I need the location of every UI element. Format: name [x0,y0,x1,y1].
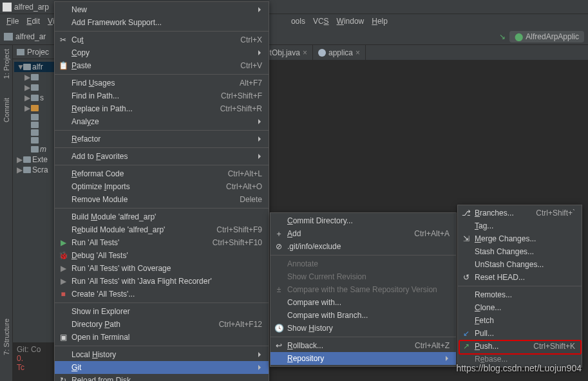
menu-item[interactable]: Refactor [55,133,269,145]
menu-item[interactable]: UnStash Changes... [458,258,582,271]
context-menu-repo[interactable]: ⎇Branches...Ctrl+Shift+`Tag...⇲Merge Cha… [457,205,582,367]
menu-item[interactable]: 🕓Show History [270,322,456,335]
folder-icon [31,137,39,144]
menu-item[interactable]: Directory PathCtrl+Alt+F12 [55,318,269,331]
menu-help[interactable]: Help [368,15,392,27]
folder-icon [31,129,39,136]
menu-item[interactable]: ↺Reset HEAD... [458,271,582,284]
menu-window[interactable]: Window [333,15,368,27]
menu-item-shortcut: Ctrl+Alt+L [215,169,262,178]
menu-item-label: Show History [287,324,333,333]
folder-icon [23,167,31,173]
menu-item-label: Directory Path [71,320,120,329]
menu-item[interactable]: Clone... [458,301,582,314]
menu-item[interactable]: Find UsagesAlt+F7 [55,77,269,89]
menu-item[interactable]: Build Module 'alfred_arp' [55,210,269,223]
menu-item-label: Merge Changes... [475,234,536,243]
menu-item-shortcut: Ctrl+V [227,61,262,70]
menu-item[interactable]: ✂CutCtrl+X [55,33,269,46]
menu-item-shortcut: Ctrl+Shift+F10 [200,238,262,247]
menu-item-label: Cut [71,35,84,44]
menu-item-label: Branches... [475,209,514,218]
menu-item[interactable]: Stash Changes... [458,245,582,258]
menu-item-shortcut: Ctrl+X [227,35,262,44]
tree-label: m [40,145,46,154]
menu-item-label: Replace in Path... [71,104,133,113]
menu-item-icon: 🕓 [274,324,283,333]
toolwindow-commit[interactable]: Commit [3,98,10,122]
menu-item[interactable]: ↙Pull... [458,327,582,340]
menu-item[interactable]: ▣Open in Terminal [55,331,269,344]
menu-item[interactable]: ■Create 'All Tests'... [55,288,269,301]
menu-item[interactable]: Local History [55,348,269,361]
menu-item[interactable]: ⇲Merge Changes... [458,232,582,245]
context-menu-main[interactable]: NewAdd Framework Support...✂CutCtrl+XCop… [54,1,269,381]
menu-item[interactable]: ▶Run 'All Tests'Ctrl+Shift+F10 [55,236,269,249]
menu-item[interactable]: Rebuild Module 'alfred_arp'Ctrl+Shift+F9 [55,223,269,236]
menu-vcs[interactable]: VCS [309,15,333,27]
menu-item[interactable]: Tag... [458,219,582,232]
menu-item-shortcut: Ctrl+Shift+F [208,91,262,100]
menu-item[interactable]: ↩Rollback...Ctrl+Alt+Z [270,339,456,352]
menu-item[interactable]: ⎇Branches...Ctrl+Shift+` [458,207,582,219]
folder-icon [31,114,39,120]
run-config-label: AlfredArpApplic [526,32,579,41]
run-config-dropdown[interactable]: ⬤ AlfredArpApplic [509,31,584,42]
menu-item[interactable]: Find in Path...Ctrl+Shift+F [55,89,269,102]
menu-file[interactable]: File [3,15,23,27]
folder-icon [31,105,39,111]
menu-item-label: Rebase... [475,355,507,364]
menu-item[interactable]: Optimize ImportsCtrl+Alt+O [55,180,269,193]
menu-item-icon: ＋ [274,229,283,238]
menu-item-label: Repository [287,354,324,363]
menu-item[interactable]: ↗Push...Ctrl+Shift+K [458,340,582,353]
context-menu-git[interactable]: Commit Directory...＋AddCtrl+Alt+A⊘.git/i… [270,212,457,367]
close-icon[interactable]: × [356,48,360,57]
menu-item-icon: 📋 [59,61,68,70]
menu-item[interactable]: Replace in Path...Ctrl+Shift+R [55,102,269,115]
menu-item[interactable]: Add to Favorites [55,150,269,163]
close-icon[interactable]: × [303,48,307,57]
menu-item[interactable]: ⊘.git/info/exclude [270,240,456,253]
folder-icon [31,122,39,128]
menu-item-icon: ⎇ [462,209,471,218]
toolwindow-structure[interactable]: 7: Structure [3,319,10,355]
menu-item[interactable]: Compare with Branch... [270,309,456,322]
menu-item[interactable]: Remotes... [458,288,582,301]
menu-item[interactable]: Repository [270,352,456,365]
menu-item[interactable]: Copy [55,46,269,59]
menu-item-label: Copy [71,48,90,57]
menu-item-label: Optimize Imports [71,182,130,191]
menu-item[interactable]: Analyze [55,115,269,128]
menu-item[interactable]: 📋PasteCtrl+V [55,59,269,72]
menu-item-label: Refactor [71,135,100,144]
menu-item[interactable]: ▶Run 'All Tests' with 'Java Flight Recor… [55,275,269,288]
menu-item-icon: ↻ [59,376,68,381]
menu-item[interactable]: ＋AddCtrl+Alt+A [270,227,456,240]
toolwindow-project[interactable]: 1: Project [3,49,10,79]
folder-icon [31,146,39,153]
menu-edit[interactable]: Edit [23,15,44,27]
menu-item-icon: ↙ [462,329,471,338]
menu-item[interactable]: Reformat CodeCtrl+Alt+L [55,167,269,180]
menu-item[interactable]: ↻Reload from Disk [55,374,269,381]
hammer-icon[interactable]: ↘ [499,32,506,41]
menu-item[interactable]: Git [55,361,269,374]
menu-item[interactable]: New [55,3,269,16]
menu-item[interactable]: Fetch [458,314,582,327]
menu-item[interactable]: Add Framework Support... [55,16,269,29]
menu-item-label: Paste [71,61,91,70]
menu-item[interactable]: Commit Directory... [270,214,456,227]
project-panel-icon [17,49,24,55]
menu-tools[interactable]: ools [287,15,309,27]
menu-item[interactable]: Remove ModuleDelete [55,193,269,206]
project-panel-title: Projec [27,48,49,57]
menu-item-label: Analyze [71,117,99,126]
menu-item-shortcut: Ctrl+Alt+Z [402,341,450,350]
menu-item[interactable]: 🐞Debug 'All Tests' [55,249,269,262]
editor-tab[interactable]: applica× [313,45,366,60]
menu-item-label: Show in Explorer [71,307,130,316]
menu-item[interactable]: Compare with... [270,296,456,309]
menu-item[interactable]: ▶Run 'All Tests' with Coverage [55,262,269,275]
menu-item[interactable]: Show in Explorer [55,305,269,318]
